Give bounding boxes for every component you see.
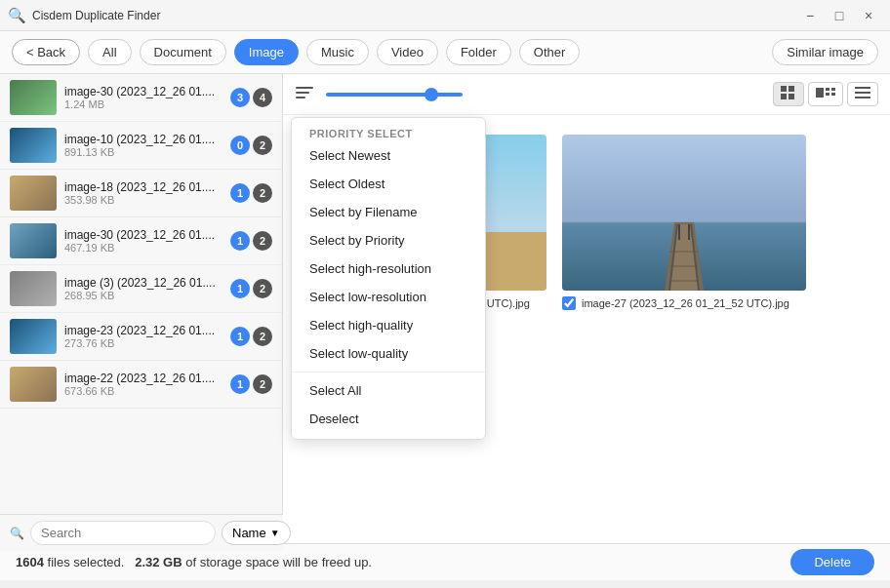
select-by-filename-item[interactable]: Select by Filename: [292, 198, 485, 226]
back-button[interactable]: < Back: [12, 39, 80, 65]
files-label: files selected.: [48, 555, 125, 569]
badge-6-1: 2: [253, 374, 272, 394]
storage-size: 2.32 GB: [135, 555, 182, 569]
files-count: 1604: [16, 555, 44, 569]
select-low-quality-item[interactable]: Select low-quality: [292, 339, 485, 368]
sidebar-filesize-3: 467.19 KB: [64, 242, 222, 254]
badge-2-1: 2: [253, 183, 272, 203]
sidebar-filename-3: image-30 (2023_12_26 01....: [64, 228, 222, 242]
sidebar-info-1: image-10 (2023_12_26 01....891.13 KB: [64, 133, 222, 158]
delete-button[interactable]: Delete: [790, 549, 874, 575]
tab-folder[interactable]: Folder: [446, 39, 511, 65]
sort-label: Name: [232, 526, 266, 540]
sort-icon[interactable]: [295, 85, 314, 104]
svg-rect-3: [781, 86, 787, 92]
storage-label: of storage space will be freed up.: [185, 555, 372, 569]
sidebar-filesize-0: 1.24 MB: [64, 98, 222, 110]
sidebar-footer: 🔍Name▼: [0, 514, 283, 551]
sidebar-thumb-2: [10, 176, 57, 211]
app-icon: 🔍: [8, 7, 26, 24]
sidebar-info-4: image (3) (2023_12_26 01....268.95 KB: [64, 276, 222, 301]
tab-other[interactable]: Other: [519, 39, 581, 65]
minimize-button[interactable]: −: [796, 6, 824, 25]
sidebar-badges-5: 12: [230, 327, 272, 346]
sidebar-item-1[interactable]: image-10 (2023_12_26 01....891.13 KB02: [0, 122, 282, 170]
svg-rect-9: [826, 93, 829, 96]
chevron-down-icon: ▼: [270, 528, 280, 538]
svg-rect-8: [826, 88, 829, 91]
sidebar-item-4[interactable]: image (3) (2023_12_26 01....268.95 KB12: [0, 265, 282, 313]
tab-video[interactable]: Video: [377, 39, 438, 65]
view-buttons: [773, 82, 878, 106]
priority-label: Priority Select: [292, 124, 485, 141]
image-checkbox-1[interactable]: [562, 296, 576, 310]
deselect-item[interactable]: Deselect: [292, 405, 485, 433]
sidebar-badges-6: 12: [230, 374, 272, 394]
svg-rect-6: [789, 94, 794, 99]
sidebar-filename-2: image-18 (2023_12_26 01....: [64, 180, 222, 194]
close-button[interactable]: ×: [855, 6, 882, 25]
sidebar-filesize-4: 268.95 KB: [64, 290, 222, 301]
sidebar-filesize-5: 273.76 KB: [64, 337, 222, 349]
sidebar-badges-3: 12: [230, 231, 272, 251]
tab-music[interactable]: Music: [306, 39, 369, 65]
svg-rect-11: [831, 93, 835, 96]
list-view-button[interactable]: [847, 82, 878, 106]
sidebar-filesize-2: 353.98 KB: [64, 194, 222, 206]
image-checkbox-row-1: image-27 (2023_12_26 01_21_52 UTC).jpg: [562, 296, 806, 310]
tab-document[interactable]: Document: [140, 39, 226, 65]
select-oldest-item[interactable]: Select Oldest: [292, 170, 485, 198]
badge-4-0: 1: [230, 279, 250, 298]
sidebar-thumb-1: [10, 128, 57, 163]
sidebar-info-0: image-30 (2023_12_26 01....1.24 MB: [64, 85, 222, 110]
sidebar-thumb-0: [10, 80, 57, 115]
grid-view-button[interactable]: [773, 82, 804, 106]
sidebar: image-30 (2023_12_26 01....1.24 MB34imag…: [0, 74, 283, 543]
sidebar-item-6[interactable]: image-22 (2023_12_26 01....673.66 KB12: [0, 361, 282, 409]
sidebar-info-2: image-18 (2023_12_26 01....353.98 KB: [64, 180, 222, 206]
dropdown-separator: [292, 372, 485, 372]
select-high-resolution-item[interactable]: Select high-resolution: [292, 255, 485, 283]
maximize-button[interactable]: □: [826, 6, 853, 25]
image-card-1: image-27 (2023_12_26 01_21_52 UTC).jpg: [562, 135, 806, 310]
search-input[interactable]: [30, 521, 216, 545]
sidebar-item-3[interactable]: image-30 (2023_12_26 01....467.19 KB12: [0, 217, 282, 265]
similar-image-button[interactable]: Similar image: [772, 39, 878, 65]
sidebar-info-5: image-23 (2023_12_26 01....273.76 KB: [64, 324, 222, 349]
tab-all[interactable]: All: [88, 39, 131, 65]
sort-select-button[interactable]: Name▼: [222, 521, 291, 545]
sidebar-item-2[interactable]: image-18 (2023_12_26 01....353.98 KB12: [0, 170, 282, 217]
sidebar-badges-2: 12: [230, 183, 272, 203]
svg-rect-10: [831, 88, 835, 91]
sidebar-item-0[interactable]: image-30 (2023_12_26 01....1.24 MB34: [0, 74, 282, 122]
select-by-priority-item[interactable]: Select by Priority: [292, 226, 485, 255]
sidebar-thumb-4: [10, 271, 57, 306]
sidebar-filename-1: image-10 (2023_12_26 01....: [64, 133, 222, 146]
sidebar-filename-6: image-22 (2023_12_26 01....: [64, 372, 222, 385]
badge-1-1: 2: [253, 136, 272, 155]
badge-0-1: 4: [253, 88, 272, 107]
app-title: Cisdem Duplicate Finder: [32, 9, 160, 22]
select-all-item[interactable]: Select All: [292, 376, 485, 405]
sidebar-filename-0: image-30 (2023_12_26 01....: [64, 85, 222, 98]
sidebar-badges-1: 02: [230, 136, 272, 155]
zoom-slider-container: [326, 93, 761, 97]
zoom-slider[interactable]: [326, 93, 463, 97]
sidebar-thumb-6: [10, 367, 57, 402]
sidebar-item-5[interactable]: image-23 (2023_12_26 01....273.76 KB12: [0, 313, 282, 361]
select-newest-item[interactable]: Select Newest: [292, 141, 485, 170]
badge-4-1: 2: [253, 279, 272, 298]
image-preview-1: [562, 135, 806, 291]
select-low-resolution-item[interactable]: Select low-resolution: [292, 283, 485, 311]
sidebar-info-3: image-30 (2023_12_26 01....467.19 KB: [64, 228, 222, 254]
tab-image[interactable]: Image: [234, 39, 299, 65]
sidebar-info-6: image-22 (2023_12_26 01....673.66 KB: [64, 372, 222, 397]
sidebar-badges-4: 12: [230, 279, 272, 298]
filmstrip-view-button[interactable]: [808, 82, 843, 106]
top-nav: < Back All Document Image Music Video Fo…: [0, 31, 890, 74]
badge-5-1: 2: [253, 327, 272, 346]
select-high-quality-item[interactable]: Select high-quality: [292, 311, 485, 339]
sidebar-filename-4: image (3) (2023_12_26 01....: [64, 276, 222, 290]
sidebar-filesize-1: 891.13 KB: [64, 146, 222, 158]
image-filename-1: image-27 (2023_12_26 01_21_52 UTC).jpg: [582, 297, 789, 309]
